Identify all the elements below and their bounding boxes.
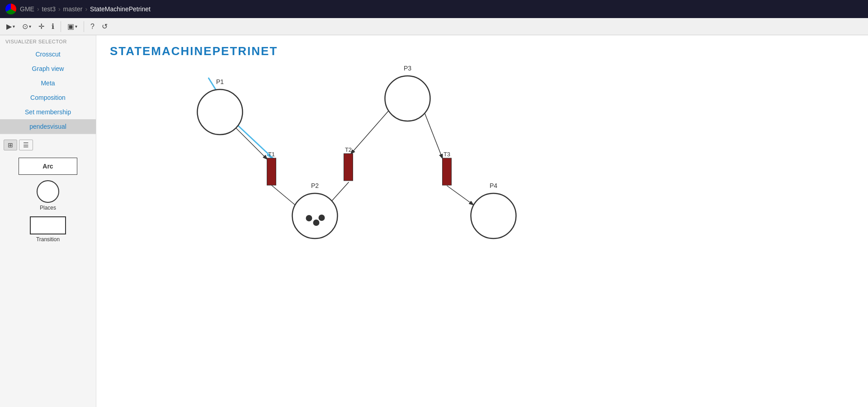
svg-text:T3: T3	[443, 151, 450, 158]
gme-logo	[5, 4, 16, 14]
svg-text:P1: P1	[216, 78, 224, 85]
sidebar-item-meta[interactable]: Meta	[0, 76, 96, 90]
svg-line-5	[424, 110, 443, 158]
svg-point-19	[313, 220, 320, 226]
transition-shape	[30, 216, 66, 234]
svg-rect-8	[267, 158, 276, 185]
main-layout: VISUALIZER SELECTOR Crosscut Graph view …	[0, 35, 868, 407]
svg-rect-10	[344, 154, 353, 181]
palette-grid-toggle[interactable]: ⊞	[4, 140, 17, 150]
palette-toggle: ⊞ ☰	[0, 138, 96, 152]
toolbar-divider-1	[61, 21, 61, 32]
transition-label: Transition	[36, 236, 60, 243]
breadcrumb: GME › test3 › master › StateMachinePetri…	[20, 5, 151, 13]
svg-point-20	[319, 215, 325, 221]
palette-list-toggle[interactable]: ☰	[19, 140, 33, 150]
palette-item-arc[interactable]: Arc	[19, 158, 77, 175]
svg-text:P4: P4	[490, 182, 497, 189]
svg-line-1	[236, 128, 267, 159]
visualizer-selector-label: VISUALIZER SELECTOR	[0, 35, 96, 47]
part-palette: ⊞ ☰ Arc Places Transition	[0, 134, 96, 407]
places-label: Places	[40, 205, 56, 211]
svg-text:T2: T2	[345, 146, 352, 153]
svg-text:T1: T1	[268, 151, 275, 158]
target-button[interactable]: ⊙ ▾	[19, 20, 34, 33]
svg-text:P3: P3	[404, 65, 411, 72]
palette-item-transition[interactable]: Transition	[30, 216, 66, 243]
petri-net-svg: T1 T2 T3 P1 P2 P3 P4	[96, 35, 868, 407]
svg-point-23	[471, 193, 516, 239]
breadcrumb-active[interactable]: StateMachinePetrinet	[90, 5, 151, 13]
info-button[interactable]: ℹ	[49, 20, 57, 33]
svg-line-3	[351, 110, 390, 154]
help-button[interactable]: ?	[88, 21, 97, 33]
move-button[interactable]: ✛	[36, 20, 47, 33]
palette-items: Arc Places Transition	[0, 152, 96, 248]
toolbar-divider-2	[84, 21, 84, 32]
svg-line-6	[447, 186, 473, 205]
sidebar-item-pendesvisual[interactable]: pendesvisual	[0, 119, 96, 134]
refresh-button[interactable]: ↺	[99, 20, 110, 33]
toolbar: ▶ ▾ ⊙ ▾ ✛ ℹ ▣ ▾ ? ↺	[0, 18, 868, 35]
breadcrumb-gme[interactable]: GME	[20, 5, 34, 13]
sidebar-item-crosscut[interactable]: Crosscut	[0, 47, 96, 61]
svg-text:P2: P2	[311, 182, 319, 189]
panel-button[interactable]: ▣ ▾	[65, 20, 80, 33]
sidebar-nav: Crosscut Graph view Meta Composition Set…	[0, 47, 96, 134]
sidebar-item-setmembership[interactable]: Set membership	[0, 105, 96, 119]
breadcrumb-master[interactable]: master	[63, 5, 83, 13]
palette-item-places[interactable]: Places	[37, 180, 59, 211]
play-button[interactable]: ▶ ▾	[4, 20, 18, 33]
arc-shape: Arc	[19, 158, 77, 175]
svg-point-21	[385, 76, 430, 121]
svg-point-16	[292, 193, 338, 239]
canvas[interactable]: STATEMACHINEPETRINET	[96, 35, 868, 407]
places-shape	[37, 180, 59, 203]
svg-point-18	[306, 215, 312, 221]
sidebar: VISUALIZER SELECTOR Crosscut Graph view …	[0, 35, 96, 407]
breadcrumb-test3[interactable]: test3	[42, 5, 56, 13]
sidebar-item-composition[interactable]: Composition	[0, 90, 96, 105]
sidebar-item-graphview[interactable]: Graph view	[0, 61, 96, 76]
svg-rect-12	[443, 158, 452, 185]
svg-point-14	[198, 89, 243, 135]
topbar: GME › test3 › master › StateMachinePetri…	[0, 0, 868, 18]
